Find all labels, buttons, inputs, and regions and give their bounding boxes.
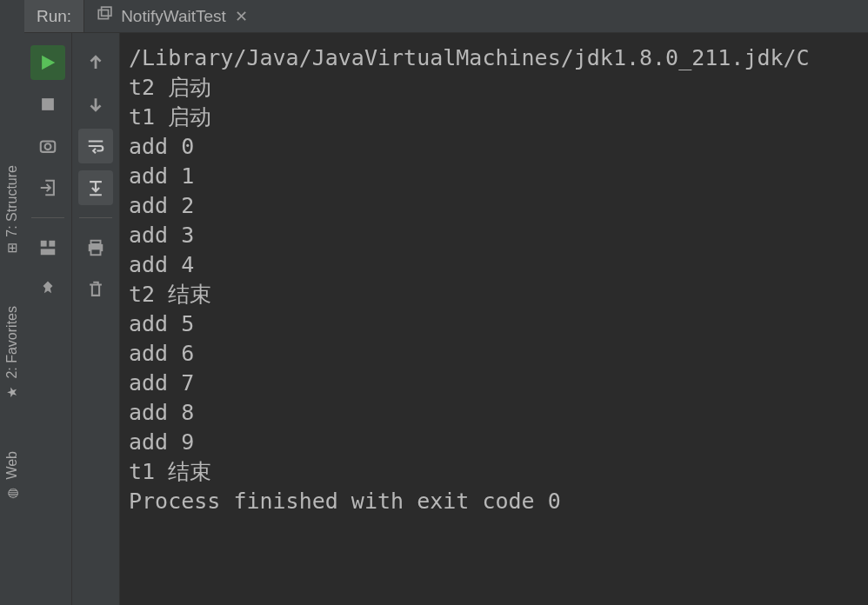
svg-rect-0 <box>98 10 108 19</box>
up-stack-button[interactable] <box>78 45 113 80</box>
exit-button[interactable] <box>30 170 65 205</box>
console-line: t2 结束 <box>129 280 868 309</box>
close-icon[interactable]: ✕ <box>235 7 248 26</box>
side-tab-web[interactable]: ◍ Web <box>4 451 20 501</box>
side-tab-structure[interactable]: ⊞ 7: Structure <box>4 165 20 254</box>
layout-button[interactable] <box>30 230 65 265</box>
svg-rect-3 <box>42 98 54 110</box>
console-line: add 2 <box>129 191 868 221</box>
globe-icon: ◍ <box>4 485 20 501</box>
console-line: add 6 <box>129 339 868 369</box>
console-line: add 5 <box>129 309 868 339</box>
run-tool-window: Run: NotifyWaitTest ✕ <box>24 0 868 605</box>
side-tab-favorites[interactable]: ★ 2: Favorites <box>4 306 20 400</box>
tab-label: NotifyWaitTest <box>121 7 226 26</box>
side-tab-label: Web <box>4 451 20 480</box>
console-line: add 9 <box>129 428 868 457</box>
tab-run-config[interactable]: NotifyWaitTest ✕ <box>84 0 260 32</box>
tab-header: Run: NotifyWaitTest ✕ <box>24 0 868 33</box>
console-line: add 1 <box>129 162 868 191</box>
console-line: add 3 <box>129 221 868 250</box>
console-line: t2 启动 <box>129 73 868 103</box>
toolbar-col-1 <box>24 33 72 605</box>
side-tool-gutter: ⊞ 7: Structure ★ 2: Favorites ◍ Web <box>0 0 24 605</box>
rerun-button[interactable] <box>30 45 65 80</box>
svg-rect-1 <box>102 7 111 16</box>
svg-rect-8 <box>41 249 56 255</box>
scroll-to-end-button[interactable] <box>78 170 113 205</box>
stop-button[interactable] <box>30 87 65 122</box>
svg-rect-11 <box>91 249 101 255</box>
restore-layout-icon <box>97 6 112 26</box>
console-line: Process finished with exit code 0 <box>129 487 868 516</box>
body-row: /Library/Java/JavaVirtualMachines/jdk1.8… <box>24 33 868 605</box>
svg-rect-7 <box>49 241 55 247</box>
console-line: t1 启动 <box>129 103 868 132</box>
svg-rect-9 <box>91 241 101 244</box>
pin-button[interactable] <box>30 272 65 307</box>
console-line: t1 结束 <box>129 457 868 487</box>
down-stack-button[interactable] <box>78 87 113 122</box>
soft-wrap-button[interactable] <box>78 129 113 163</box>
toolbar-col-2 <box>72 33 120 605</box>
dump-threads-button[interactable] <box>30 129 65 163</box>
divider <box>31 217 64 218</box>
console-line: add 8 <box>129 398 868 428</box>
svg-point-5 <box>45 143 51 150</box>
side-tab-label: 7: Structure <box>4 165 20 237</box>
print-button[interactable] <box>78 230 113 265</box>
svg-marker-2 <box>42 56 55 70</box>
run-label: Run: <box>24 0 84 32</box>
structure-icon: ⊞ <box>7 240 18 256</box>
star-icon: ★ <box>4 383 20 399</box>
console-line: add 4 <box>129 250 868 280</box>
side-tab-label: 2: Favorites <box>4 306 20 379</box>
console-line: add 0 <box>129 132 868 162</box>
console-line: /Library/Java/JavaVirtualMachines/jdk1.8… <box>129 43 868 73</box>
console-line: add 7 <box>129 369 868 398</box>
svg-rect-6 <box>41 241 47 247</box>
console-output[interactable]: /Library/Java/JavaVirtualMachines/jdk1.8… <box>120 33 868 605</box>
divider <box>79 217 112 218</box>
clear-all-button[interactable] <box>78 272 113 307</box>
